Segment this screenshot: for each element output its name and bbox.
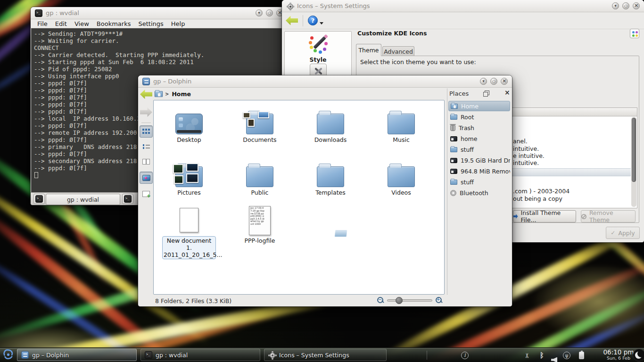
places-item-home[interactable]: Home — [448, 101, 510, 111]
places-item-stuff2[interactable]: stuff — [448, 177, 510, 187]
public-folder-icon — [246, 166, 273, 187]
removable-drive-icon — [450, 169, 457, 174]
minimize-button[interactable] — [480, 78, 487, 85]
places-item-stuff[interactable]: stuff — [448, 144, 510, 155]
folder-label: Templates — [302, 189, 359, 196]
sidebar-item-style[interactable]: Style — [285, 34, 351, 63]
maximize-button[interactable] — [266, 9, 273, 16]
apply-button[interactable]: ✓ Apply — [606, 227, 640, 239]
maximize-button[interactable] — [622, 2, 629, 9]
folder-view[interactable]: Desktop Documents Downloads Music — [153, 100, 445, 295]
preview-button[interactable] — [140, 172, 153, 184]
help-button[interactable] — [308, 16, 318, 25]
new-tab-button[interactable] — [33, 194, 45, 204]
details-view-button[interactable] — [140, 140, 153, 153]
places-label: Bluetooth — [460, 189, 488, 197]
zoom-slider-track[interactable] — [387, 299, 432, 302]
back-button[interactable] — [140, 90, 153, 99]
tab-list-button[interactable] — [122, 194, 133, 204]
close-button[interactable] — [501, 78, 508, 85]
places-label: stuff — [461, 146, 474, 153]
folder-label: Documents — [231, 136, 288, 143]
columns-view-button[interactable] — [140, 156, 153, 168]
battery-tray-icon[interactable] — [579, 348, 584, 362]
theme-description-fragment: intuitive. — [513, 145, 539, 152]
konsole-titlebar[interactable]: gp : wvdial — [31, 7, 288, 19]
places-label: Root — [461, 114, 474, 121]
maximize-button[interactable] — [490, 78, 497, 85]
app-launcher-button[interactable] — [1, 348, 16, 362]
klipper-tray-icon[interactable]: ✂ — [524, 348, 530, 362]
forward-button[interactable] — [140, 107, 153, 117]
places-item-root[interactable]: Root — [448, 112, 510, 122]
bluetooth-adapter-icon — [450, 190, 456, 196]
folder-item-public[interactable]: Public — [231, 156, 288, 196]
close-button[interactable] — [633, 2, 640, 9]
folder-item-downloads[interactable]: Downloads — [302, 103, 359, 143]
panel-toolbox-cashew[interactable] — [633, 349, 644, 362]
device-notifier-tray-icon[interactable] — [563, 348, 570, 362]
folder-label: Desktop — [161, 136, 217, 143]
minimize-button[interactable] — [612, 2, 619, 9]
bluetooth-tray-icon[interactable]: ᛒ — [540, 348, 544, 362]
scrollbar-thumb[interactable] — [632, 118, 636, 182]
folder-label: Music — [373, 136, 429, 143]
close-panel-icon[interactable] — [504, 90, 510, 97]
menu-help[interactable]: Help — [167, 20, 189, 27]
zoom-out-icon[interactable] — [377, 297, 384, 304]
folder-item-desktop[interactable]: Desktop — [161, 103, 217, 143]
taskbar-task-konsole[interactable]: gp : wvdial — [140, 349, 260, 361]
zoom-in-icon[interactable] — [436, 297, 442, 304]
home-folder-icon[interactable] — [155, 91, 163, 97]
help-dropdown-arrow[interactable] — [320, 22, 323, 25]
home-icon — [451, 104, 458, 109]
selected-file-label[interactable]: New document 1. 2011_01_20_16_5... — [162, 236, 216, 259]
split-view-button[interactable] — [140, 188, 153, 200]
gear-task-icon — [268, 351, 276, 359]
places-item-removable[interactable]: 964.8 MiB Remov... — [448, 166, 510, 176]
folder-item-music[interactable]: Music — [373, 103, 429, 143]
folder-item-pictures[interactable]: Pictures — [161, 156, 217, 196]
places-item-bluetooth[interactable]: Bluetooth — [448, 188, 510, 198]
tab-advanced[interactable]: Advanced — [382, 46, 414, 56]
clock-date: Sun, 6 Feb — [603, 356, 635, 361]
theme-description-fragment: .com ) - 2003-2004 — [513, 188, 570, 195]
breadcrumb-home[interactable]: Home — [172, 90, 191, 98]
scrollbar[interactable] — [631, 117, 636, 207]
folder-label: Public — [231, 189, 288, 196]
file-item-ppp-logfile[interactable]: Jan 17 09:4 7:18 gp-Asp ire-5738 pp pd[1… — [231, 204, 288, 244]
folder-item-documents[interactable]: Documents — [231, 103, 288, 143]
split-view-icon — [142, 191, 150, 197]
back-button[interactable] — [286, 16, 298, 25]
terminal-cursor — [34, 172, 38, 178]
digital-clock[interactable]: 06:10 pm Sun, 6 Feb — [603, 349, 635, 361]
taskbar-task-dolphin[interactable]: gp – Dolphin — [17, 349, 137, 361]
zoom-slider-handle[interactable] — [396, 297, 403, 304]
places-item-trash[interactable]: Trash — [448, 123, 510, 133]
terminal-task-icon — [145, 351, 152, 359]
file-item-new-document[interactable] — [161, 205, 217, 232]
menu-edit[interactable]: Edit — [51, 20, 71, 27]
install-theme-button[interactable]: Install Theme File... — [513, 210, 576, 222]
folder-item-templates[interactable]: Templates — [302, 156, 359, 196]
minimize-button[interactable] — [256, 9, 263, 16]
dolphin-titlebar[interactable]: gp – Dolphin — [138, 75, 512, 88]
places-item-home-partition[interactable]: home — [448, 133, 510, 144]
places-label: stuff — [461, 179, 474, 186]
menu-file[interactable]: File — [33, 20, 51, 27]
menu-view[interactable]: View — [71, 20, 93, 27]
volume-tray-icon[interactable] — [551, 353, 557, 362]
system-settings-titlebar[interactable]: Icons – System Settings — [282, 0, 644, 12]
places-item-hard-drive[interactable]: 19.5 GiB Hard Drive — [448, 155, 510, 165]
icons-view-button[interactable] — [140, 125, 153, 138]
konsole-tab[interactable]: gp : wvdial — [46, 194, 120, 205]
hard-drive-icon — [450, 136, 457, 141]
tab-theme[interactable]: Theme — [356, 44, 381, 56]
folder-item-videos[interactable]: Videos — [373, 156, 429, 196]
notifications-tray-icon[interactable] — [461, 348, 469, 362]
float-panel-icon[interactable] — [483, 90, 489, 97]
taskbar-task-system-settings[interactable]: Icons – System Settings — [264, 349, 387, 361]
remove-theme-button[interactable]: Remove Theme — [581, 210, 636, 222]
menu-settings[interactable]: Settings — [134, 20, 167, 27]
menu-bookmarks[interactable]: Bookmarks — [93, 20, 135, 27]
